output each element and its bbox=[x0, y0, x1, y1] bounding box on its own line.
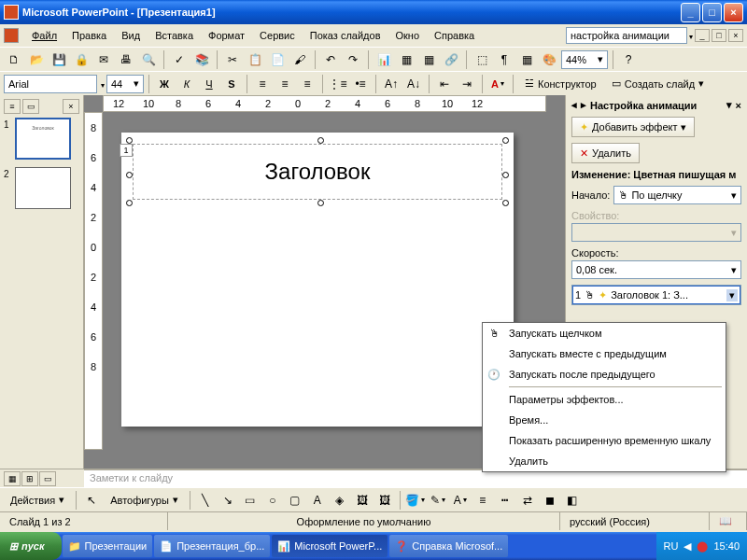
picture-button[interactable]: 🖼 bbox=[374, 490, 395, 511]
fill-color-button[interactable]: 🪣 bbox=[405, 490, 426, 511]
email-button[interactable]: ✉ bbox=[93, 49, 114, 70]
ctx-advanced-timeline[interactable]: Показать расширенную временную шкалу bbox=[483, 430, 726, 451]
font-color-draw-button[interactable]: A bbox=[450, 490, 471, 511]
ctx-remove[interactable]: Удалить bbox=[483, 451, 726, 471]
new-slide-button[interactable]: ▭ Создать слайд ▾ bbox=[605, 74, 711, 94]
menu-help[interactable]: Справка bbox=[427, 28, 482, 43]
copy-button[interactable]: 📋 bbox=[245, 49, 265, 70]
cut-button[interactable]: ✂ bbox=[222, 49, 243, 70]
paste-button[interactable]: 📄 bbox=[267, 49, 288, 70]
menu-edit[interactable]: Правка bbox=[64, 28, 114, 43]
print-button[interactable]: 🖶 bbox=[116, 49, 136, 70]
ctx-start-on-click[interactable]: 🖱Запускать щелчком bbox=[483, 323, 726, 343]
help-search-input[interactable] bbox=[566, 27, 687, 44]
menu-file[interactable]: Файл bbox=[24, 28, 64, 43]
menu-window[interactable]: Окно bbox=[388, 28, 428, 43]
animation-list[interactable]: 1🖱✦Заголовок 1: З...▾ bbox=[571, 285, 741, 305]
bullets-button[interactable]: •≡ bbox=[350, 74, 371, 94]
italic-button[interactable]: К bbox=[176, 74, 197, 94]
mdi-minimize[interactable]: _ bbox=[695, 29, 710, 42]
sorter-view-button[interactable]: ⊞ bbox=[21, 471, 38, 486]
font-select[interactable]: Arial bbox=[4, 75, 97, 93]
add-effect-button[interactable]: ✦Добавить эффект ▾ bbox=[571, 117, 695, 137]
undo-button[interactable]: ↶ bbox=[320, 49, 341, 70]
normal-view-button[interactable]: ▦ bbox=[4, 471, 21, 486]
line-color-button[interactable]: ✎ bbox=[428, 490, 448, 511]
status-spell-icon[interactable]: 📖 bbox=[710, 512, 747, 530]
taskbar-item-4[interactable]: ❓ Справка Microsof... bbox=[389, 535, 508, 557]
taskbar-item-3[interactable]: 📊 Microsoft PowerP... bbox=[272, 535, 388, 557]
decrease-font-button[interactable]: A↓ bbox=[403, 74, 424, 94]
format-painter-button[interactable]: 🖌 bbox=[289, 49, 310, 70]
mdi-restore[interactable]: □ bbox=[712, 29, 726, 42]
select-objects-button[interactable]: ↖ bbox=[81, 490, 102, 511]
taskbar-item-2[interactable]: 📄 Презентация_бр... bbox=[154, 535, 270, 557]
ctx-start-after-previous[interactable]: 🕐Запускать после предыдущего bbox=[483, 364, 726, 385]
save-button[interactable]: 💾 bbox=[49, 49, 69, 70]
help-dropdown-icon[interactable] bbox=[687, 30, 693, 41]
animation-tag[interactable]: 1 bbox=[120, 144, 133, 157]
remove-effect-button[interactable]: ✕Удалить bbox=[571, 143, 640, 163]
align-left-button[interactable]: ≡ bbox=[252, 74, 273, 94]
taskbar-item-1[interactable]: 📁 Презентации bbox=[63, 535, 153, 557]
slide-canvas[interactable]: 1 Заголовок bbox=[121, 133, 514, 427]
chart-button[interactable]: 📊 bbox=[374, 49, 394, 70]
decrease-indent-button[interactable]: ⇤ bbox=[434, 74, 455, 94]
line-style-button[interactable]: ≡ bbox=[472, 490, 493, 511]
tables-borders-button[interactable]: ▦ bbox=[418, 49, 439, 70]
underline-button[interactable]: Ч bbox=[199, 74, 219, 94]
preview-button[interactable]: 🔍 bbox=[138, 49, 159, 70]
slides-tab[interactable]: ▭ bbox=[22, 99, 39, 114]
show-formatting-button[interactable]: ¶ bbox=[494, 49, 514, 70]
menu-view[interactable]: Вид bbox=[114, 28, 148, 43]
arrow-style-button[interactable]: ⇄ bbox=[517, 490, 538, 511]
align-right-button[interactable]: ≡ bbox=[297, 74, 317, 94]
textbox-button[interactable]: ▢ bbox=[285, 490, 305, 511]
animation-list-item[interactable]: 1🖱✦Заголовок 1: З...▾ bbox=[572, 286, 740, 304]
start-button[interactable]: ⊞пуск bbox=[0, 532, 62, 560]
menu-insert[interactable]: Вставка bbox=[148, 28, 201, 43]
title-text[interactable]: Заголовок bbox=[265, 159, 371, 185]
oval-button[interactable]: ○ bbox=[262, 490, 283, 511]
close-button[interactable]: × bbox=[724, 3, 743, 22]
shadow-style-button[interactable]: ◼ bbox=[540, 490, 560, 511]
menu-format[interactable]: Формат bbox=[201, 28, 252, 43]
tray-clock[interactable]: 15:40 bbox=[713, 540, 740, 552]
wordart-button[interactable]: A bbox=[307, 490, 328, 511]
color-button[interactable]: 🎨 bbox=[539, 49, 559, 70]
rectangle-button[interactable]: ▭ bbox=[240, 490, 261, 511]
ctx-effect-options[interactable]: Параметры эффектов... bbox=[483, 389, 726, 410]
minimize-button[interactable]: _ bbox=[681, 3, 700, 22]
font-color-button[interactable]: A bbox=[487, 74, 508, 94]
designer-button[interactable]: ☱ Конструктор bbox=[518, 74, 603, 94]
spelling-button[interactable]: ✓ bbox=[169, 49, 190, 70]
pane-menu-icon[interactable]: ▾ bbox=[726, 99, 732, 111]
menu-slideshow[interactable]: Показ слайдов bbox=[303, 28, 388, 43]
ctx-start-with-previous[interactable]: Запускать вместе с предыдущим bbox=[483, 343, 726, 364]
increase-indent-button[interactable]: ⇥ bbox=[457, 74, 477, 94]
align-center-button[interactable]: ≡ bbox=[275, 74, 295, 94]
close-panel-button[interactable]: × bbox=[63, 99, 79, 114]
speed-select[interactable]: 0,08 сек.▾ bbox=[571, 260, 741, 279]
zoom-select[interactable]: 44%▾ bbox=[561, 50, 608, 69]
shadow-button[interactable]: S bbox=[221, 74, 242, 94]
diagram-button[interactable]: ◈ bbox=[330, 490, 350, 511]
expand-button[interactable]: ⬚ bbox=[472, 49, 492, 70]
thumbnail-1[interactable]: 1 Заголовок bbox=[4, 118, 79, 160]
redo-button[interactable]: ↷ bbox=[343, 49, 363, 70]
thumbnail-2[interactable]: 2 bbox=[4, 167, 79, 209]
slideshow-view-button[interactable]: ▭ bbox=[39, 471, 56, 486]
menu-tools[interactable]: Сервис bbox=[252, 28, 303, 43]
outline-tab[interactable]: ≡ bbox=[4, 99, 21, 114]
arrow-button[interactable]: ↘ bbox=[218, 490, 238, 511]
3d-style-button[interactable]: ◧ bbox=[562, 490, 583, 511]
tray-icon-2[interactable]: ⬤ bbox=[697, 540, 708, 553]
research-button[interactable]: 📚 bbox=[191, 49, 212, 70]
table-button[interactable]: ▦ bbox=[396, 49, 416, 70]
draw-actions-button[interactable]: Действия ▾ bbox=[4, 490, 71, 511]
tray-lang[interactable]: RU bbox=[664, 540, 679, 552]
help-button[interactable]: ? bbox=[618, 49, 639, 70]
maximize-button[interactable]: □ bbox=[702, 3, 722, 22]
mdi-close[interactable]: × bbox=[728, 29, 743, 42]
grid-button[interactable]: ▦ bbox=[516, 49, 537, 70]
